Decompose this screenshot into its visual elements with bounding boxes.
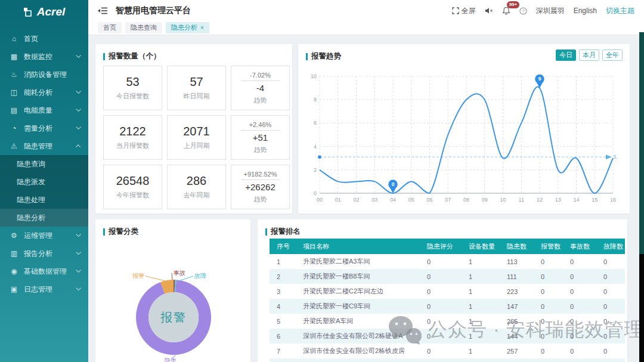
card-label: 昨日同期 [184, 92, 210, 101]
sidebar-subitem-隐患派发[interactable]: 隐患派发 [0, 173, 88, 191]
sidebar-item-label: 能耗分析 [24, 88, 52, 98]
table-cell: 223 [500, 288, 534, 295]
table-cell: 0 [596, 258, 625, 265]
table-cell: 升梁氏塑胶一楼C9车间 [296, 302, 420, 311]
language-toggle[interactable]: English [574, 7, 597, 15]
table-cell: 2 [270, 273, 296, 280]
chart-markpoint: 0 [388, 180, 398, 193]
chevron-down-icon [76, 53, 80, 58]
sidebar-item-基础数据管理[interactable]: ◉基础数据管理 [0, 262, 88, 280]
trend-button-本月[interactable]: 本月 [579, 49, 599, 61]
svg-text:13: 13 [555, 197, 561, 203]
table-row: 5升梁氏塑胶A车间01265000 [270, 314, 625, 329]
table-cell: 265 [500, 318, 534, 325]
trend-delta: +26262 [245, 182, 275, 192]
theme-switch-link[interactable]: 切换主题 [606, 6, 634, 16]
svg-text:02: 02 [353, 197, 359, 203]
sidebar-item-首页[interactable]: ⌂首页 [0, 30, 88, 48]
svg-text:9: 9 [538, 76, 541, 82]
table-row: 3升梁氏塑胶二楼C2车间左边01223000 [270, 284, 625, 299]
base-data-icon: ◉ [10, 267, 18, 276]
table-cell: 0 [596, 273, 625, 280]
svg-text:2: 2 [314, 167, 317, 173]
sidebar-item-label: 报告分析 [24, 249, 52, 259]
card-label: 趋势 [254, 195, 267, 204]
sidebar-item-需量分析[interactable]: ◔需量分析 [0, 119, 88, 137]
sidebar-item-label: 基础数据管理 [24, 267, 67, 277]
table-cell: 0 [563, 303, 596, 310]
top-header: 智慧用电管理云平台 全屏 99+ [88, 0, 644, 21]
sidebar-item-日志管理[interactable]: ▣日志管理 [0, 280, 88, 298]
tab-close-icon[interactable]: × [200, 24, 204, 31]
table-cell: 113 [500, 258, 534, 265]
table-cell: 257 [500, 348, 534, 355]
tab-label: 隐患分析 [171, 23, 197, 32]
sidebar-subitem-隐患处理[interactable]: 隐患处理 [0, 191, 88, 209]
table-cell: 0 [596, 318, 625, 325]
ranking-table-header: 序号项目名称隐患评分设备数量隐患数报警数事故数故障数 [270, 239, 625, 254]
collapse-menu-icon[interactable] [98, 7, 107, 15]
trend-button-今日[interactable]: 今日 [556, 49, 576, 61]
tab-隐患分析[interactable]: 隐患分析× [166, 22, 209, 33]
sidebar-item-能耗分析[interactable]: ◫能耗分析 [0, 83, 88, 101]
trend-percent: +9182.52% [241, 171, 280, 180]
sidebar-item-数据监控[interactable]: ▦数据监控 [0, 48, 88, 66]
svg-text:?: ? [522, 8, 524, 14]
table-cell: 111 [500, 273, 534, 280]
table-cell: 1 [462, 258, 500, 265]
table-cell: 1 [462, 273, 500, 280]
svg-text:15: 15 [592, 197, 597, 203]
help-button[interactable]: ? [519, 7, 527, 15]
user-menu[interactable]: 深圳晨羽 [536, 6, 565, 16]
trend-button-全年[interactable]: 全年 [602, 49, 623, 61]
sidebar-item-电能质量[interactable]: ▤电能质量 [0, 101, 88, 119]
column-header-隐患评分: 隐患评分 [420, 242, 462, 251]
mute-button[interactable] [485, 7, 493, 14]
card-label: 趋势 [254, 146, 267, 154]
table-cell: 144 [500, 333, 534, 340]
title-accent-bar [103, 53, 105, 60]
table-cell: 0 [420, 303, 462, 310]
sidebar-item-label: 需量分析 [24, 123, 52, 134]
table-cell: 深圳市佳金实业有限公司2栋硬铬A [296, 332, 420, 341]
title-accent-bar [265, 228, 267, 236]
sidebar: Acrel ⌂首页▦数据监控♨消防设备管理◫能耗分析▤电能质量◔需量分析⚠隐患管… [0, 0, 88, 362]
header-actions: 全屏 99+ ? [452, 6, 634, 16]
notifications-button[interactable]: 99+ [502, 7, 510, 15]
table-cell: 7 [270, 348, 296, 355]
sidebar-subitem-label: 隐患查询 [17, 159, 45, 169]
power-quality-icon: ▤ [10, 106, 18, 115]
svg-text:11: 11 [519, 197, 524, 203]
sidebar-subitem-隐患查询[interactable]: 隐患查询 [0, 155, 88, 173]
alarm-count-card: +2.46%+51趋势 [231, 115, 290, 160]
table-cell: 0 [534, 333, 563, 340]
fullscreen-button[interactable]: 全屏 [452, 6, 476, 16]
table-cell: 0 [563, 333, 596, 340]
tab-隐患查询[interactable]: 隐患查询 [125, 22, 162, 33]
trend-percent: +2.46% [241, 121, 280, 131]
sidebar-item-隐患管理[interactable]: ⚠隐患管理 [0, 137, 88, 155]
svg-text:16: 16 [610, 197, 616, 203]
alarm-count-card: -7.02%-4趋势 [231, 66, 290, 110]
right-edge-strip [639, 32, 644, 254]
alarm-trend-line-chart: 0001020304050607080910111213141516024681… [302, 68, 626, 210]
tab-label: 首页 [103, 23, 116, 32]
svg-text:10: 10 [311, 73, 317, 79]
sidebar-item-运维管理[interactable]: ⚙运维管理 [0, 227, 88, 245]
table-cell: 0 [534, 348, 563, 355]
table-cell: 1 [462, 318, 500, 325]
tab-首页[interactable]: 首页 [98, 22, 122, 33]
sidebar-item-label: 首页 [24, 34, 38, 44]
sidebar-item-消防设备管理[interactable]: ♨消防设备管理 [0, 66, 88, 83]
acrel-logo: Acrel [0, 0, 88, 24]
column-header-序号: 序号 [270, 242, 296, 251]
sidebar-item-报告分析[interactable]: ▥报告分析 [0, 245, 88, 262]
svg-text:09: 09 [482, 197, 488, 203]
svg-text:14: 14 [573, 197, 579, 203]
trend-percent: -7.02% [241, 72, 280, 81]
card-value: 57 [190, 75, 203, 89]
speaker-mute-icon [485, 7, 493, 14]
chevron-down-icon [76, 286, 80, 290]
app-window: Acrel ⌂首页▦数据监控♨消防设备管理◫能耗分析▤电能质量◔需量分析⚠隐患管… [0, 0, 644, 362]
sidebar-subitem-隐患分析[interactable]: 隐患分析 [0, 209, 88, 227]
